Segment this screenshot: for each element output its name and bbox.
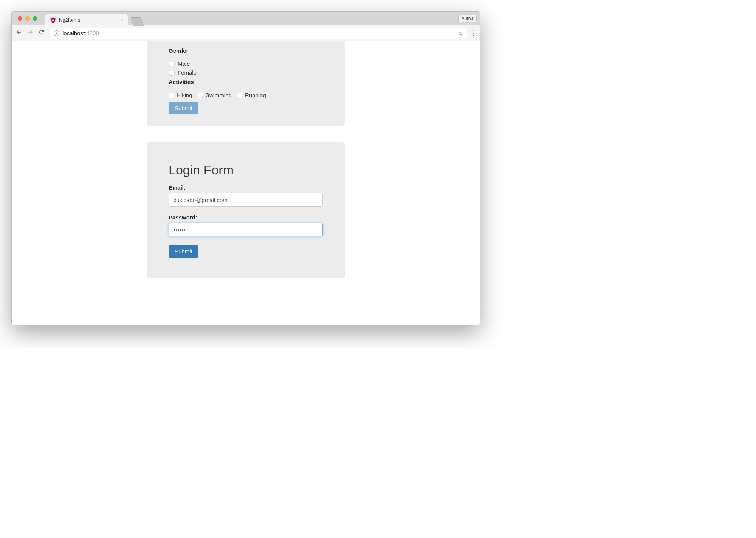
page-viewport: Gender Male Female Activities: [12, 41, 480, 325]
activity-checkbox-swimming[interactable]: Swimming: [198, 92, 232, 98]
login-form-panel: Login Form Email: Password: Submit: [147, 142, 345, 278]
tab-title: Ng2forms: [59, 17, 117, 23]
browser-window: Ng2forms × Auth0: [11, 11, 480, 325]
address-bar[interactable]: i localhost:4200 ☆: [50, 28, 467, 39]
new-tab-button[interactable]: [130, 17, 144, 26]
forward-button[interactable]: [27, 29, 34, 37]
radio-icon: [169, 61, 175, 67]
email-field[interactable]: [169, 193, 323, 207]
activity-checkbox-hiking[interactable]: Hiking: [169, 92, 192, 98]
browser-menu-icon[interactable]: [472, 30, 476, 36]
bookmark-star-icon[interactable]: ☆: [457, 29, 463, 37]
window-maximize-button[interactable]: [33, 16, 37, 21]
window-minimize-button[interactable]: [25, 16, 30, 21]
radio-icon: [169, 70, 175, 76]
auth0-extension-button[interactable]: Auth0: [458, 15, 477, 22]
checkbox-label: Hiking: [177, 92, 192, 98]
checkbox-icon: [169, 93, 174, 98]
checkbox-icon: [198, 93, 203, 98]
checkbox-label: Swimming: [206, 92, 232, 98]
login-submit-button[interactable]: Submit: [169, 245, 198, 258]
angular-icon: [50, 17, 56, 23]
site-info-icon[interactable]: i: [54, 30, 59, 36]
password-field[interactable]: [169, 223, 323, 236]
back-button[interactable]: [15, 29, 22, 37]
url-path: :4200: [85, 30, 99, 36]
signup-submit-button[interactable]: Submit: [169, 102, 198, 114]
activities-label: Activities: [169, 79, 323, 85]
radio-label: Male: [178, 61, 190, 67]
checkbox-icon: [237, 93, 242, 98]
url-host: localhost: [62, 30, 85, 36]
url-text: localhost:4200: [62, 30, 454, 36]
tab-close-icon[interactable]: ×: [120, 17, 123, 23]
browser-toolbar: i localhost:4200 ☆: [12, 25, 480, 41]
signup-form-panel: Gender Male Female Activities: [147, 41, 345, 126]
email-label: Email:: [169, 184, 323, 191]
password-label: Password:: [169, 214, 323, 221]
gender-label: Gender: [169, 47, 323, 54]
gender-radio-female[interactable]: Female: [169, 69, 323, 76]
checkbox-label: Running: [245, 92, 266, 98]
login-form-title: Login Form: [169, 163, 323, 177]
radio-label: Female: [178, 69, 197, 76]
browser-tab[interactable]: Ng2forms ×: [45, 14, 128, 25]
reload-button[interactable]: [38, 29, 45, 37]
tab-strip: Ng2forms × Auth0: [12, 12, 480, 25]
traffic-lights: [15, 12, 40, 25]
window-close-button[interactable]: [18, 16, 22, 21]
activity-checkbox-running[interactable]: Running: [237, 92, 266, 98]
gender-radio-male[interactable]: Male: [169, 61, 323, 67]
